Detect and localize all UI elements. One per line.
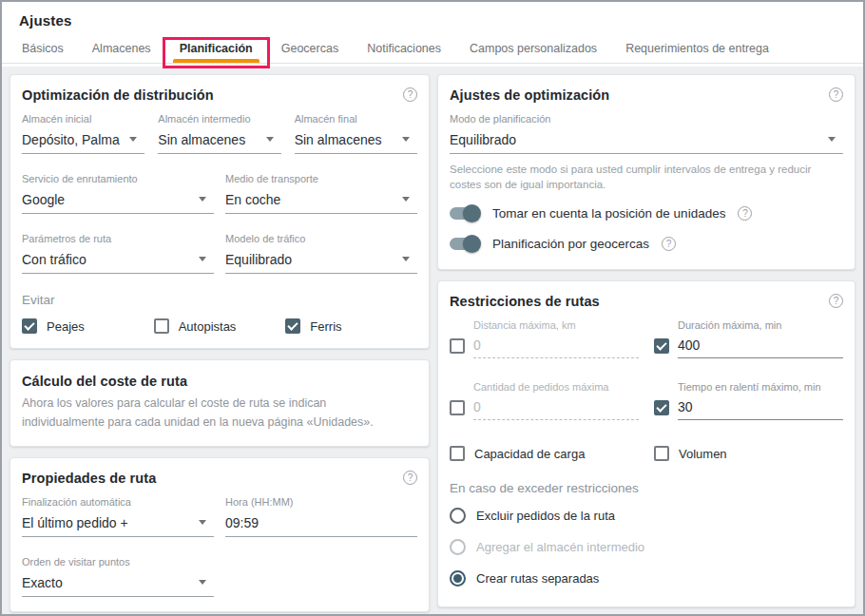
finalizacion-automatica-select[interactable]: El último pedido + xyxy=(22,512,214,537)
page-title: Ajustes xyxy=(19,12,846,29)
select-value: Equilibrado xyxy=(450,132,516,147)
card-title: Cálculo del coste de ruta xyxy=(22,374,187,389)
help-icon[interactable] xyxy=(829,87,843,102)
select-value: Google xyxy=(22,192,65,207)
exceed-radio-group: Excluir pedidos de la ruta Agregar el al… xyxy=(450,508,843,592)
tab-almacenes[interactable]: Almacenes xyxy=(78,34,165,63)
card-title: Ajustes de optimización xyxy=(450,87,609,103)
checkbox-icon xyxy=(450,446,465,461)
chevron-down-icon xyxy=(402,257,410,261)
chevron-down-icon xyxy=(129,137,137,142)
toggle-switch[interactable] xyxy=(450,238,480,250)
toggle-switch[interactable] xyxy=(450,207,480,220)
field-label: Modelo de tráfico xyxy=(225,233,417,244)
modelo-trafico-select[interactable]: Equilibrado xyxy=(225,249,417,274)
input-value: 30 xyxy=(678,399,693,414)
radio-excluir-pedidos[interactable]: Excluir pedidos de la ruta xyxy=(450,508,843,524)
tab-geocercas[interactable]: Geocercas xyxy=(267,34,353,63)
restriction-cantidad-pedidos: Cantidad de pedidos máxima 0 xyxy=(450,381,639,420)
medio-transporte-select[interactable]: En coche xyxy=(225,189,417,214)
radio-crear-rutas[interactable]: Crear rutas separadas xyxy=(450,570,843,587)
tab-label: Campos personalizados xyxy=(470,42,597,55)
chevron-down-icon xyxy=(199,197,206,202)
field-hora: Hora (HH:MM) 09:59 xyxy=(225,496,417,537)
select-value: En coche xyxy=(225,192,280,207)
field-finalizacion-automatica: Finalización automática El último pedido… xyxy=(22,496,214,537)
tab-label: Requerimientos de entrega xyxy=(625,42,769,55)
radio-label: Agregar el almacén intermedio xyxy=(476,540,644,554)
checkbox-peajes[interactable]: Peajes xyxy=(22,318,154,334)
hora-input[interactable]: 09:59 xyxy=(225,512,417,537)
checkbox-icon[interactable] xyxy=(450,338,465,354)
chevron-down-icon xyxy=(199,520,206,525)
orden-visitar-select[interactable]: Exacto xyxy=(22,572,214,597)
card-title: Propiedades de ruta xyxy=(22,471,156,486)
checkbox-icon[interactable] xyxy=(450,400,465,415)
restrictions-grid: Distancia máxima, km 0 Duración máxima, … xyxy=(450,319,843,420)
distancia-maxima-input[interactable]: 0 xyxy=(473,336,639,358)
almacen-intermedio-select[interactable]: Sin almacenes xyxy=(158,129,280,154)
checkbox-capacidad-carga[interactable]: Capacidad de carga xyxy=(450,446,639,461)
help-icon[interactable] xyxy=(662,237,676,251)
restriction-tiempo-ralenti: Tiempo en ralentí máximo, min 30 xyxy=(654,381,843,420)
input-value: 09:59 xyxy=(225,515,259,530)
almacen-inicial-select[interactable]: Depósito, Palma xyxy=(22,129,144,154)
help-icon[interactable] xyxy=(829,294,843,308)
toggle-list: Tomar en cuenta la posición de unidades … xyxy=(450,206,843,255)
toggle-label: Planificación por geocercas xyxy=(492,237,649,251)
field-medio-transporte: Medio de transporte En coche xyxy=(225,173,417,214)
tab-requerimientos-entrega[interactable]: Requerimientos de entrega xyxy=(611,34,783,63)
checkbox-autopistas[interactable]: Autopistas xyxy=(154,318,286,334)
checkbox-icon xyxy=(154,318,169,334)
field-almacen-final: Almacén final Sin almacenes xyxy=(295,113,417,154)
tiempo-ralenti-input[interactable]: 30 xyxy=(678,397,843,420)
help-icon[interactable] xyxy=(738,206,752,221)
radio-icon xyxy=(450,539,466,555)
field-label: Medio de transporte xyxy=(225,173,417,184)
card-title: Optimización de distribución xyxy=(22,87,214,103)
field-label: Tiempo en ralentí máximo, min xyxy=(678,381,843,393)
select-value: Sin almacenes xyxy=(158,132,245,147)
duracion-maxima-input[interactable]: 400 xyxy=(678,336,843,358)
modo-planificacion-select[interactable]: Equilibrado xyxy=(450,129,843,154)
checkbox-icon[interactable] xyxy=(654,338,669,354)
chevron-down-icon xyxy=(828,137,836,142)
radio-icon xyxy=(450,508,466,524)
tab-label: Almacenes xyxy=(92,42,151,55)
radio-label: Excluir pedidos de la ruta xyxy=(476,509,615,523)
checkbox-icon xyxy=(285,318,300,334)
parametros-ruta-select[interactable]: Con tráfico xyxy=(22,249,214,274)
field-almacen-intermedio: Almacén intermedio Sin almacenes xyxy=(158,113,280,154)
restriction-field: Cantidad de pedidos máxima 0 xyxy=(473,381,639,420)
tab-notificaciones[interactable]: Notificaciones xyxy=(353,34,455,63)
card-ajustes-optimizacion: Ajustes de optimización Modo de planific… xyxy=(437,74,855,270)
checkbox-icon[interactable] xyxy=(654,400,669,415)
card-title: Restricciones de rutas xyxy=(450,294,600,309)
restriction-distancia-maxima: Distancia máxima, km 0 xyxy=(450,319,639,358)
field-servicio-enrutamiento: Servicio de enrutamiento Google xyxy=(22,173,214,214)
checkbox-volumen[interactable]: Volumen xyxy=(654,446,843,461)
right-column: Ajustes de optimización Modo de planific… xyxy=(437,74,855,606)
field-label: Servicio de enrutamiento xyxy=(22,173,214,184)
content-area: Optimización de distribución Almacén ini… xyxy=(2,67,863,614)
chevron-down-icon xyxy=(402,197,410,202)
tab-basicos[interactable]: Básicos xyxy=(8,34,78,63)
radio-agregar-almacen[interactable]: Agregar el almacén intermedio xyxy=(450,539,843,555)
select-value: Con tráfico xyxy=(22,252,86,267)
almacen-final-select[interactable]: Sin almacenes xyxy=(295,129,417,154)
checkbox-icon xyxy=(22,318,37,334)
toggle-knob xyxy=(463,235,481,253)
help-icon[interactable] xyxy=(403,87,417,102)
cantidad-pedidos-input[interactable]: 0 xyxy=(473,397,639,420)
checkbox-label: Capacidad de carga xyxy=(474,447,585,461)
checkbox-icon xyxy=(654,446,669,461)
help-icon[interactable] xyxy=(403,471,417,485)
field-label: Almacén inicial xyxy=(22,113,144,125)
tab-planificacion[interactable]: Planificación xyxy=(165,34,267,63)
checkbox-label: Ferris xyxy=(310,319,341,334)
exceed-section-label: En caso de exceder restricciones xyxy=(450,481,843,495)
chevron-down-icon xyxy=(266,137,274,142)
checkbox-ferris[interactable]: Ferris xyxy=(285,318,417,334)
tab-campos-personalizados[interactable]: Campos personalizados xyxy=(455,34,611,63)
servicio-enrutamiento-select[interactable]: Google xyxy=(22,189,214,214)
